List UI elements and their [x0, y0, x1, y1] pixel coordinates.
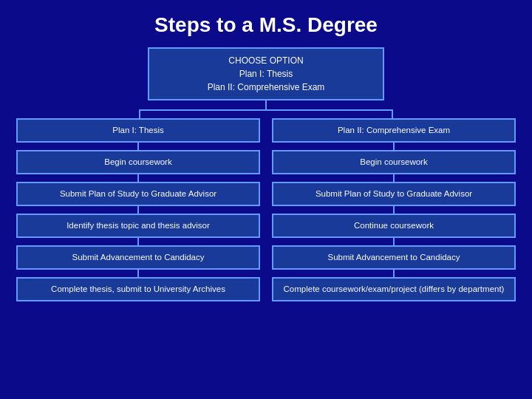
v-line-left	[139, 109, 140, 118]
right-conn-0	[393, 143, 395, 150]
flowchart: CHOOSE OPTION Plan I: Thesis Plan II: Co…	[15, 47, 517, 301]
page-title: Steps to a M.S. Degree	[15, 13, 517, 37]
left-conn-2	[137, 206, 139, 214]
left-step-5: Complete thesis, submit to University Ar…	[16, 277, 260, 301]
left-conn-3	[137, 238, 139, 245]
left-conn-4	[137, 270, 139, 277]
top-box: CHOOSE OPTION Plan I: Thesis Plan II: Co…	[148, 47, 384, 100]
top-box-line1: CHOOSE OPTION	[161, 54, 371, 67]
left-step-2: Submit Plan of Study to Graduate Advisor	[16, 182, 260, 206]
right-step-2: Submit Plan of Study to Graduate Advisor	[272, 182, 516, 206]
two-columns: Plan I: Thesis Begin coursework Submit P…	[15, 118, 517, 301]
page: Steps to a M.S. Degree CHOOSE OPTION Pla…	[0, 0, 532, 399]
v-line-right	[392, 109, 393, 118]
right-step-1: Begin coursework	[272, 150, 516, 174]
left-step-1: Begin coursework	[16, 150, 260, 174]
right-step-5: Complete coursework/exam/project (differ…	[272, 277, 516, 301]
right-conn-3	[393, 238, 395, 245]
top-connector	[265, 100, 267, 109]
right-step-4: Submit Advancement to Candidacy	[272, 245, 516, 270]
right-column: Plan II: Comprehensive Exam Begin course…	[272, 118, 516, 301]
right-conn-2	[393, 206, 395, 214]
left-conn-0	[137, 143, 139, 150]
left-step-4: Submit Advancement to Candidacy	[16, 245, 260, 270]
left-step-3: Identify thesis topic and thesis advisor	[16, 214, 260, 238]
left-header: Plan I: Thesis	[16, 118, 260, 143]
right-step-3: Continue coursework	[272, 214, 516, 238]
right-header: Plan II: Comprehensive Exam	[272, 118, 516, 143]
right-conn-1	[393, 174, 395, 182]
left-column: Plan I: Thesis Begin coursework Submit P…	[16, 118, 260, 301]
top-box-line3: Plan II: Comprehensive Exam	[161, 81, 371, 94]
top-box-line2: Plan I: Thesis	[161, 67, 371, 81]
left-conn-1	[137, 174, 139, 182]
split-connector	[15, 109, 517, 118]
right-conn-4	[393, 270, 395, 277]
h-line	[139, 109, 393, 111]
